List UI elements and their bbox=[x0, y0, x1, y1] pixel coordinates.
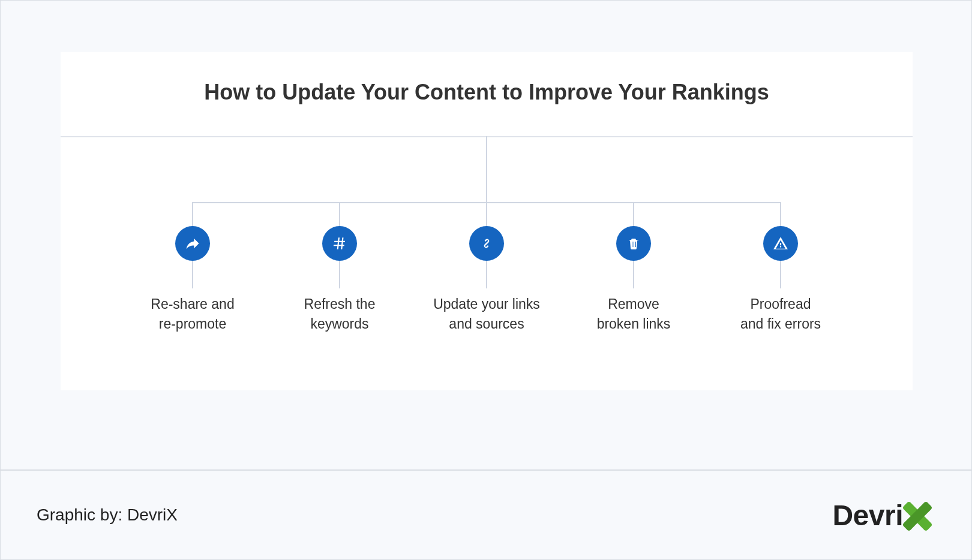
connector-line bbox=[192, 261, 193, 288]
connector-line bbox=[486, 202, 487, 226]
brand-logo: Devri bbox=[832, 497, 935, 533]
tree-diagram: Re-share and re-promote Refresh the keyw… bbox=[61, 136, 913, 390]
connector-line bbox=[633, 261, 634, 288]
card-title: How to Update Your Content to Improve Yo… bbox=[61, 52, 913, 129]
tree-items-row: Re-share and re-promote Refresh the keyw… bbox=[61, 202, 913, 335]
content-card: How to Update Your Content to Improve Yo… bbox=[61, 52, 913, 390]
connector-line bbox=[192, 202, 193, 226]
connector-line bbox=[339, 202, 340, 226]
hashtag-icon bbox=[322, 226, 357, 261]
tree-item: Re-share and re-promote bbox=[133, 202, 253, 335]
trash-icon bbox=[616, 226, 651, 261]
tree-item: Update your links and sources bbox=[427, 202, 547, 335]
infographic-frame: How to Update Your Content to Improve Yo… bbox=[0, 0, 972, 560]
tree-item-label: Remove broken links bbox=[574, 294, 694, 335]
tree-item: Remove broken links bbox=[574, 202, 694, 335]
warning-icon bbox=[763, 226, 798, 261]
footer: Graphic by: DevriX Devri bbox=[1, 469, 971, 559]
connector-line bbox=[780, 261, 781, 288]
link-icon bbox=[469, 226, 504, 261]
credit-text: Graphic by: DevriX bbox=[37, 505, 178, 525]
brand-x-icon bbox=[899, 497, 935, 533]
tree-trunk-line bbox=[486, 136, 487, 202]
tree-item-label: Refresh the keywords bbox=[280, 294, 400, 335]
connector-line bbox=[633, 202, 634, 226]
tree-item-label: Re-share and re-promote bbox=[133, 294, 253, 335]
connector-line bbox=[339, 261, 340, 288]
brand-name-prefix: Devri bbox=[832, 499, 903, 532]
connector-line bbox=[486, 261, 487, 288]
tree-item-label: Update your links and sources bbox=[427, 294, 547, 335]
tree-item-label: Proofread and fix errors bbox=[721, 294, 841, 335]
connector-line bbox=[780, 202, 781, 226]
share-icon bbox=[175, 226, 210, 261]
tree-item: Proofread and fix errors bbox=[721, 202, 841, 335]
tree-item: Refresh the keywords bbox=[280, 202, 400, 335]
